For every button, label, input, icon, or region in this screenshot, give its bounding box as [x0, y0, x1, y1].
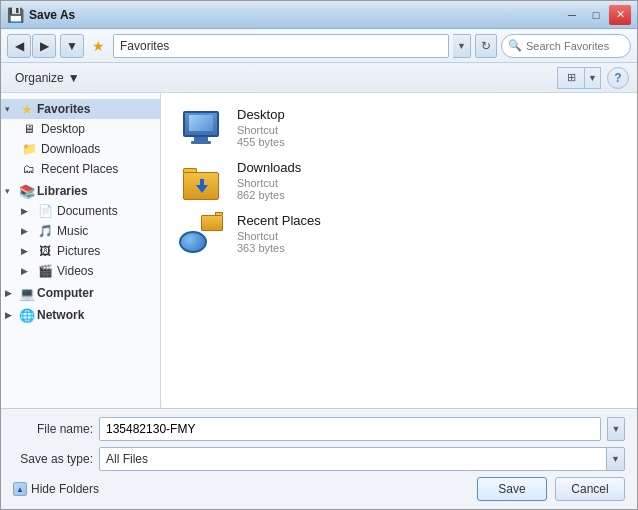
filename-dropdown[interactable]: ▼ [607, 417, 625, 441]
computer-arrow-icon: ▶ [5, 288, 17, 298]
back-button[interactable]: ◀ [7, 34, 31, 58]
file-item-recent[interactable]: Recent Places Shortcut 363 bytes [169, 207, 629, 260]
address-text: Favorites [120, 39, 169, 53]
downloads-file-name: Downloads [237, 160, 621, 175]
downloads-icon: 📁 [21, 141, 37, 157]
monitor-body [183, 111, 219, 137]
search-box[interactable]: 🔍 [501, 34, 631, 58]
recent-icon-shape [179, 215, 223, 253]
save-button[interactable]: Save [477, 477, 547, 501]
sidebar-item-music[interactable]: ▶ 🎵 Music [17, 221, 160, 241]
libraries-label: Libraries [37, 184, 88, 198]
sidebar-item-downloads[interactable]: 📁 Downloads [17, 139, 160, 159]
desktop-icon-shape [181, 111, 221, 145]
downloads-file-size: 862 bytes [237, 189, 285, 201]
address-toolbar: ◀ ▶ ▼ ★ Favorites ▼ ↻ 🔍 [1, 29, 637, 63]
sidebar-item-videos[interactable]: ▶ 🎬 Videos [17, 261, 160, 281]
libraries-children: ▶ 📄 Documents ▶ 🎵 Music ▶ 🖼 Pictures [17, 201, 160, 281]
refresh-button[interactable]: ↻ [475, 34, 497, 58]
organize-button[interactable]: Organize ▼ [9, 69, 86, 87]
hide-folders-control[interactable]: ▲ Hide Folders [13, 482, 469, 496]
downloads-file-meta: Shortcut 862 bytes [237, 177, 621, 201]
minimize-button[interactable]: ─ [561, 5, 583, 25]
downloads-file-icon [177, 161, 225, 201]
sidebar-documents-label: Documents [57, 204, 118, 218]
file-list-pane: Desktop Shortcut 455 bytes [161, 93, 637, 408]
recent-file-details: Recent Places Shortcut 363 bytes [237, 213, 621, 254]
computer-group: ▶ 💻 Computer [1, 283, 160, 303]
organize-arrow-icon: ▼ [68, 71, 80, 85]
desktop-file-icon [177, 108, 225, 148]
download-arrow-head [196, 185, 208, 193]
music-icon: 🎵 [37, 223, 53, 239]
favorites-group: ▾ ★ Favorites 🖥 Desktop 📁 Downloads 🗂 [1, 99, 160, 179]
desktop-file-type: Shortcut [237, 124, 278, 136]
pictures-icon: 🖼 [37, 243, 53, 259]
computer-header[interactable]: ▶ 💻 Computer [1, 283, 160, 303]
small-folder-body [201, 215, 223, 231]
libraries-arrow-icon: ▾ [5, 186, 17, 196]
file-item-downloads[interactable]: Downloads Shortcut 862 bytes [169, 154, 629, 207]
network-folder-icon: 🌐 [19, 307, 35, 323]
sidebar-music-label: Music [57, 224, 88, 238]
sidebar-item-pictures[interactable]: ▶ 🖼 Pictures [17, 241, 160, 261]
file-item-desktop[interactable]: Desktop Shortcut 455 bytes [169, 101, 629, 154]
address-bar[interactable]: Favorites [113, 34, 449, 58]
folder-body [183, 172, 219, 200]
network-header[interactable]: ▶ 🌐 Network [1, 305, 160, 325]
help-button[interactable]: ? [607, 67, 629, 89]
nav-buttons: ◀ ▶ [7, 34, 56, 58]
desktop-file-meta: Shortcut 455 bytes [237, 124, 621, 148]
network-label: Network [37, 308, 84, 322]
recent-file-size: 363 bytes [237, 242, 285, 254]
desktop-file-size: 455 bytes [237, 136, 285, 148]
downloads-file-details: Downloads Shortcut 862 bytes [237, 160, 621, 201]
monitor-base [191, 141, 211, 144]
maximize-button[interactable]: □ [585, 5, 607, 25]
favorites-header[interactable]: ▾ ★ Favorites [1, 99, 160, 119]
bottom-area: File name: ▼ Save as type: All Files ▼ ▲… [1, 408, 637, 509]
address-dropdown[interactable]: ▼ [453, 34, 471, 58]
desktop-icon: 🖥 [21, 121, 37, 137]
downloads-file-type: Shortcut [237, 177, 278, 189]
hide-folders-icon: ▲ [13, 482, 27, 496]
recent-file-name: Recent Places [237, 213, 621, 228]
organize-bar: Organize ▼ ⊞ ▼ ? [1, 63, 637, 93]
filename-input[interactable] [99, 417, 601, 441]
savetype-select[interactable]: All Files ▼ [99, 447, 625, 471]
pictures-arrow-icon: ▶ [21, 246, 33, 256]
downloads-icon-shape [181, 162, 221, 200]
sidebar-item-desktop[interactable]: 🖥 Desktop [17, 119, 160, 139]
monitor-screen [189, 115, 213, 131]
documents-icon: 📄 [37, 203, 53, 219]
savetype-dropdown-arrow[interactable]: ▼ [606, 448, 624, 470]
favorites-icon: ★ [92, 38, 105, 54]
libraries-header[interactable]: ▾ 📚 Libraries [1, 181, 160, 201]
sidebar-videos-label: Videos [57, 264, 93, 278]
monitor-stand [194, 137, 208, 141]
recent-file-type: Shortcut [237, 230, 278, 242]
sidebar-desktop-label: Desktop [41, 122, 85, 136]
network-group: ▶ 🌐 Network [1, 305, 160, 325]
save-as-dialog: 💾 Save As ─ □ ✕ ◀ ▶ ▼ ★ Favorites ▼ ↻ 🔍 … [0, 0, 638, 510]
filename-row: File name: ▼ [13, 417, 625, 441]
computer-label: Computer [37, 286, 94, 300]
desktop-file-details: Desktop Shortcut 455 bytes [237, 107, 621, 148]
savetype-value: All Files [106, 452, 606, 466]
sidebar: ▾ ★ Favorites 🖥 Desktop 📁 Downloads 🗂 [1, 93, 161, 408]
desktop-file-name: Desktop [237, 107, 621, 122]
sidebar-item-recent[interactable]: 🗂 Recent Places [17, 159, 160, 179]
view-dropdown[interactable]: ▼ [585, 67, 601, 89]
favorites-arrow-icon: ▾ [5, 104, 17, 114]
docs-arrow-icon: ▶ [21, 206, 33, 216]
savetype-row: Save as type: All Files ▼ [13, 447, 625, 471]
window-title: Save As [29, 8, 561, 22]
favorites-folder-icon: ★ [19, 101, 35, 117]
cancel-button[interactable]: Cancel [555, 477, 625, 501]
dropdown-button[interactable]: ▼ [60, 34, 84, 58]
sidebar-item-documents[interactable]: ▶ 📄 Documents [17, 201, 160, 221]
forward-button[interactable]: ▶ [32, 34, 56, 58]
close-button[interactable]: ✕ [609, 5, 631, 25]
view-button[interactable]: ⊞ [557, 67, 585, 89]
search-input[interactable] [526, 40, 624, 52]
